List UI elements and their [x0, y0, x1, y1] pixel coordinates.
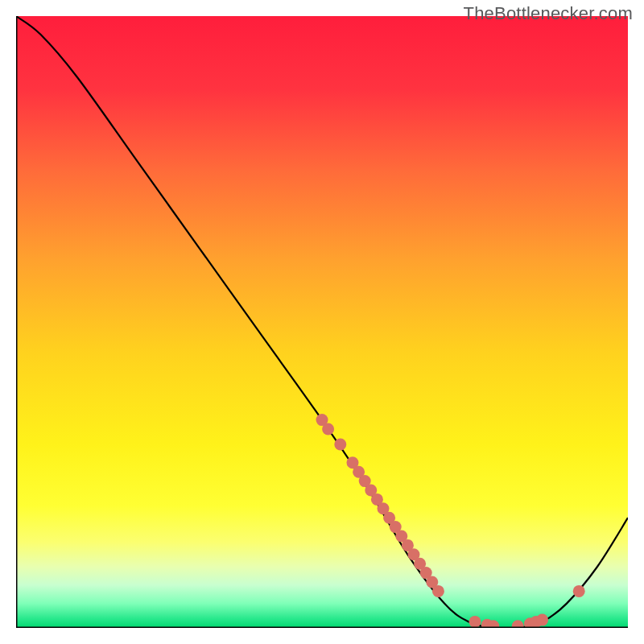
- data-point: [573, 585, 585, 597]
- data-point: [334, 439, 346, 451]
- chart-svg: [16, 16, 628, 628]
- data-point: [469, 616, 481, 628]
- data-point: [536, 614, 548, 626]
- plot-frame: [16, 16, 628, 628]
- chart-container: TheBottlenecker.com: [0, 0, 644, 644]
- data-point: [322, 423, 334, 436]
- watermark-text: TheBottlenecker.com: [464, 3, 633, 24]
- data-point: [432, 585, 444, 597]
- gradient-background: [16, 16, 628, 628]
